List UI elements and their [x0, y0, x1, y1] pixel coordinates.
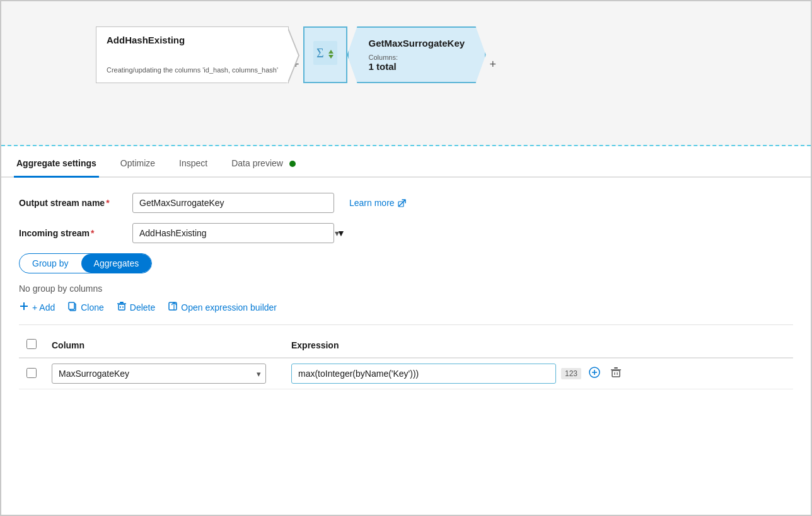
aggregate-symbol: Σ — [313, 41, 337, 69]
row-delete-button[interactable] — [608, 365, 624, 382]
row-expression-cell: 123 — [284, 358, 793, 389]
divider-1 — [19, 324, 793, 325]
select-all-checkbox[interactable] — [26, 339, 37, 349]
incoming-stream-select[interactable]: AddHashExisting — [132, 223, 334, 243]
aggregates-toggle[interactable]: Aggregates — [81, 254, 152, 273]
node1-title: AddHashExisting — [107, 35, 278, 45]
svg-rect-8 — [69, 302, 74, 309]
row-column-cell: MaxSurrogateKey ▾ — [44, 358, 284, 389]
output-required-star: * — [106, 198, 109, 208]
table-header-row: Column Expression — [19, 333, 793, 358]
node3-count: 1 total — [369, 61, 472, 72]
row-plus-icon — [589, 367, 600, 378]
clone-icon — [67, 301, 78, 313]
open-expression-builder-button[interactable]: Open expression builder — [168, 300, 277, 314]
plus-after-3[interactable]: + — [490, 39, 497, 71]
bottom-panel: Aggregate settings Optimize Inspect Data… — [1, 146, 811, 404]
delete-button[interactable]: Delete — [117, 300, 155, 314]
delete-icon — [117, 301, 127, 313]
svg-text:Σ: Σ — [316, 46, 324, 60]
output-stream-input[interactable] — [132, 193, 334, 213]
expression-input[interactable] — [291, 364, 556, 384]
tab-optimize[interactable]: Optimize — [118, 152, 158, 178]
incoming-stream-select-wrapper: AddHashExisting ▼ — [132, 223, 345, 243]
open-expr-icon — [168, 301, 178, 313]
table-row: MaxSurrogateKey ▾ 123 — [19, 358, 793, 389]
data-preview-dot — [289, 161, 296, 167]
expression-wrapper: 123 — [291, 364, 786, 384]
learn-more-link[interactable]: Learn more — [349, 198, 407, 208]
clone-button[interactable]: Clone — [67, 300, 104, 314]
row-trash-icon — [610, 367, 622, 378]
add-icon — [19, 301, 29, 313]
th-expression: Expression — [284, 333, 793, 358]
node-getMaxSurrogateKey[interactable]: GetMaxSurrogateKey Columns: 1 total — [347, 26, 486, 83]
incoming-required-star: * — [91, 228, 94, 238]
row-checkbox[interactable] — [26, 368, 37, 378]
settings-content: Output stream name* Learn more Incoming … — [1, 178, 811, 404]
flow-container: AddHashExisting Creating/updating the co… — [96, 26, 811, 83]
expression-badge: 123 — [561, 368, 581, 379]
tabs-bar: Aggregate settings Optimize Inspect Data… — [1, 146, 811, 178]
no-group-text: No group by columns — [19, 284, 793, 294]
svg-rect-9 — [119, 304, 125, 310]
tab-inspect[interactable]: Inspect — [177, 152, 210, 178]
group-by-toggle[interactable]: Group by — [20, 254, 81, 273]
external-link-icon — [398, 198, 407, 207]
toggle-group: Group by Aggregates — [19, 253, 152, 273]
column-select[interactable]: MaxSurrogateKey — [52, 364, 266, 384]
output-stream-label: Output stream name* — [19, 198, 132, 208]
tab-aggregate-settings[interactable]: Aggregate settings — [14, 152, 99, 178]
toolbar: + Add Clone Delete — [19, 300, 793, 314]
add-button[interactable]: + Add — [19, 300, 55, 314]
column-select-wrapper: MaxSurrogateKey ▾ — [52, 364, 266, 384]
node1-desc: Creating/updating the columns 'id_hash, … — [107, 66, 278, 75]
row-checkbox-cell — [19, 358, 44, 389]
node3-sub: Columns: — [369, 54, 472, 61]
output-stream-row: Output stream name* Learn more — [19, 193, 793, 213]
node-aggregate-icon[interactable]: Σ — [303, 26, 347, 83]
incoming-stream-row: Incoming stream* AddHashExisting ▼ — [19, 223, 793, 243]
svg-rect-18 — [612, 370, 620, 377]
th-column: Column — [44, 333, 284, 358]
incoming-stream-label: Incoming stream* — [19, 228, 132, 238]
aggregates-table: Column Expression — [19, 333, 793, 389]
row-add-button[interactable] — [586, 365, 603, 382]
th-checkbox — [19, 333, 44, 358]
canvas-area: AddHashExisting Creating/updating the co… — [1, 1, 811, 146]
node3-title: GetMaxSurrogateKey — [369, 38, 472, 49]
tab-data-preview[interactable]: Data preview — [229, 152, 298, 178]
node-addHashExisting[interactable]: AddHashExisting Creating/updating the co… — [96, 26, 289, 83]
